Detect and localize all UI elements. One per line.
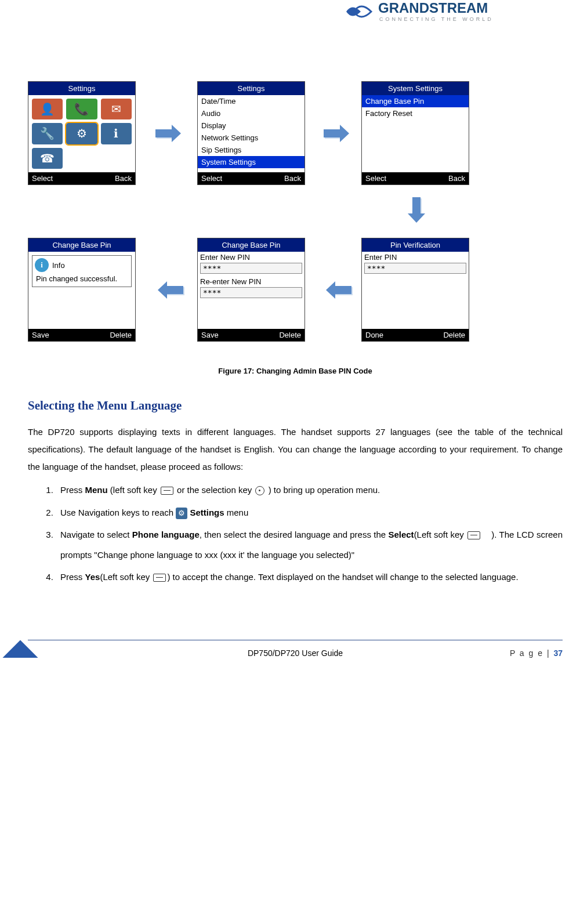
settings-gear-icon: ⚙ [66, 123, 97, 144]
softkey-right: Delete [110, 331, 132, 339]
svg-text:CONNECTING THE WORLD: CONNECTING THE WORLD [379, 16, 494, 22]
softkey-left: Select [32, 174, 53, 183]
list-item: Audio [198, 107, 304, 119]
pin-field: **** [200, 263, 302, 274]
step-item: Press Yes(Left soft key ) to accept the … [56, 567, 563, 588]
list-item-selected: Change Base Pin [362, 95, 469, 107]
screen-title: Change Base Pin [28, 238, 135, 252]
softkey-right: Delete [279, 331, 301, 339]
screen-settings-list: Settings Date/Time Audio Display Network… [197, 81, 305, 185]
voicemail-icon: ✉ [101, 99, 132, 119]
figure-caption: Figure 17: Changing Admin Base PIN Code [28, 367, 563, 375]
softkey-right: Back [284, 174, 301, 183]
list-item: Display [198, 119, 304, 132]
footer-title: DP750/DP720 User Guide [248, 648, 343, 658]
brand-logo: GRANDSTREAM CONNECTING THE WORLD [343, 0, 564, 23]
softkey-icon [161, 487, 173, 495]
contacts-icon: 👤 [32, 99, 63, 119]
screen-change-base-pin: Change Base Pin Enter New PIN **** Re-en… [197, 238, 305, 342]
list-item: Network Settings [198, 132, 304, 144]
screen-title: Pin Verification [362, 238, 469, 252]
step-item: Navigate to select Phone language, then … [56, 525, 563, 565]
footer-page: P a g e | 37 [510, 648, 563, 658]
softkey-left: Done [365, 331, 383, 339]
arrow-left-icon [322, 281, 351, 299]
softkey-icon [467, 531, 480, 539]
screen-settings-icons: Settings 👤 📞 ✉ 🔧 ⚙ ℹ ☎ Select Back [28, 81, 136, 185]
screen-system-settings: System Settings Change Base Pin Factory … [361, 81, 469, 185]
arrow-right-icon [324, 125, 353, 142]
softkey-left: Select [365, 174, 386, 183]
screen-title: Change Base Pin [198, 238, 304, 252]
screen-success: Change Base Pin i Info Pin changed succe… [28, 238, 136, 342]
list-item: Date/Time [198, 95, 304, 107]
phone-icon: ☎ [32, 148, 63, 169]
steps-list: Press Menu (left soft key or the selecti… [28, 480, 563, 588]
screen-title: Settings [28, 82, 135, 95]
figure-screens: Settings 👤 📞 ✉ 🔧 ⚙ ℹ ☎ Select Back Se [28, 81, 563, 360]
softkey-right: Delete [443, 331, 465, 339]
corner-badge-icon [0, 640, 49, 657]
field-label: Enter PIN [362, 252, 469, 263]
list-item: Sip Settings [198, 144, 304, 156]
info-message: Pin changed successful. [32, 274, 131, 287]
softkey-right: Back [115, 174, 132, 183]
selection-key-icon [255, 486, 264, 495]
info-title: Info [52, 261, 65, 270]
screen-pin-verification: Pin Verification Enter PIN **** Done Del… [361, 238, 469, 342]
step-item: Use Navigation keys to reach ⚙ Settings … [56, 503, 563, 523]
screen-title: Settings [198, 82, 304, 95]
svg-text:GRANDSTREAM: GRANDSTREAM [378, 0, 488, 16]
section-heading: Selecting the Menu Language [28, 398, 563, 413]
arrow-right-icon [155, 125, 184, 142]
intro-paragraph: The DP720 supports displaying texts in d… [28, 423, 563, 476]
screen-title: System Settings [362, 82, 469, 95]
softkey-icon [153, 574, 166, 582]
step-item: Press Menu (left soft key or the selecti… [56, 480, 563, 501]
gear-icon: ⚙ [176, 508, 187, 519]
softkey-left: Select [201, 174, 222, 183]
field-label: Enter New PIN [198, 252, 304, 263]
softkey-left: Save [201, 331, 219, 339]
pin-field: **** [200, 287, 302, 298]
tool-icon: 🔧 [32, 123, 63, 144]
field-label: Re-enter New PIN [198, 276, 304, 287]
pin-field: **** [364, 263, 466, 274]
softkey-left: Save [32, 331, 49, 339]
status-icon: ℹ [101, 123, 132, 144]
list-item-selected: System Settings [198, 156, 304, 168]
info-icon: i [35, 258, 49, 272]
arrow-left-icon [154, 281, 183, 299]
softkey-right: Back [448, 174, 465, 183]
arrow-down-icon [408, 197, 425, 226]
list-item: Factory Reset [362, 107, 469, 119]
call-icon: 📞 [66, 99, 97, 119]
page-footer: DP750/DP720 User Guide P a g e | 37 [28, 640, 563, 658]
